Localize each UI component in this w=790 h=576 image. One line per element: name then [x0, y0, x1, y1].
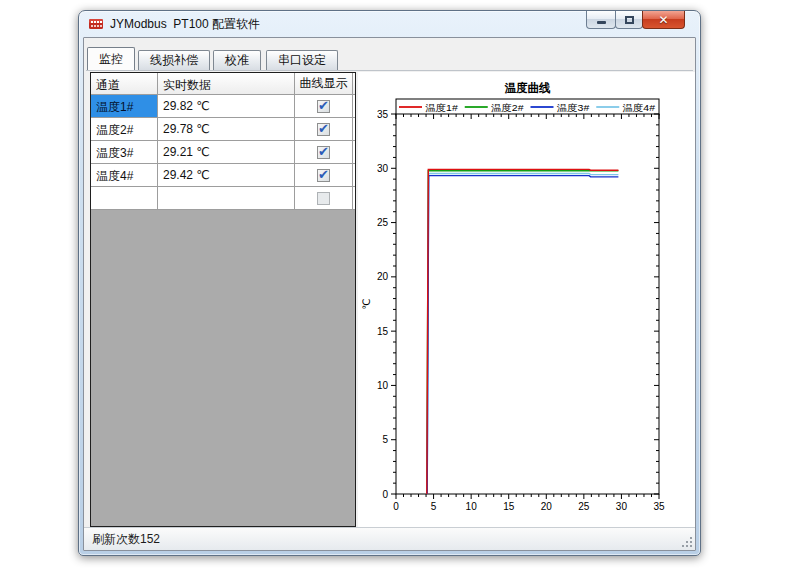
- x-tick-label: 10: [466, 501, 478, 512]
- curve-cell: [295, 95, 353, 117]
- legend-label: 温度2#: [491, 103, 524, 113]
- y-tick-label: 25: [377, 217, 389, 228]
- x-tick-label: 15: [503, 501, 515, 512]
- table-row: 温度2# 29.78 ℃: [91, 118, 355, 141]
- y-tick-label: 30: [377, 163, 389, 174]
- y-tick-label: 10: [377, 380, 389, 391]
- curve-checkbox[interactable]: [317, 123, 330, 136]
- close-icon: ✕: [658, 14, 668, 26]
- header-channel[interactable]: 通道: [91, 73, 158, 94]
- temperature-chart: 温度曲线温度1#温度2#温度3#温度4#05101520253035051015…: [358, 72, 696, 527]
- x-tick-label: 35: [653, 501, 665, 512]
- legend-label: 温度1#: [425, 103, 458, 113]
- curve-checkbox[interactable]: [317, 100, 330, 113]
- maximize-icon: [625, 16, 634, 24]
- tab-calibration[interactable]: 校准: [213, 50, 261, 70]
- legend-label: 温度3#: [557, 103, 590, 113]
- channel-cell[interactable]: 温度2#: [91, 118, 158, 140]
- x-tick-label: 25: [578, 501, 590, 512]
- curve-checkbox[interactable]: [317, 169, 330, 182]
- grid-header-row: 通道 实时数据 曲线显示: [91, 73, 355, 95]
- channel-data-grid: 通道 实时数据 曲线显示 温度1# 29.82 ℃ 温度2# 29.78 ℃: [90, 72, 356, 527]
- minimize-icon: [597, 21, 606, 24]
- curve-checkbox[interactable]: [317, 192, 330, 205]
- maximize-button[interactable]: [615, 11, 643, 29]
- header-curve-display[interactable]: 曲线显示: [295, 73, 353, 94]
- channel-cell[interactable]: [91, 187, 158, 209]
- y-tick-label: 0: [382, 489, 388, 500]
- minimize-button[interactable]: [586, 11, 616, 29]
- chart-title: 温度曲线: [505, 81, 551, 95]
- header-realtime-data[interactable]: 实时数据: [158, 73, 295, 94]
- y-tick-label: 20: [377, 271, 389, 282]
- tab-strip: 监控 线损补偿 校准 串口设定: [87, 47, 341, 70]
- tab-serial-settings[interactable]: 串口设定: [266, 50, 338, 70]
- window-title: JYModbus PT100 配置软件: [110, 16, 260, 33]
- x-tick-label: 5: [431, 501, 437, 512]
- curve-cell: [295, 187, 353, 209]
- curve-cell: [295, 141, 353, 163]
- client-area: 监控 线损补偿 校准 串口设定 通道 实时数据 曲线显示 温度1# 29.82 …: [83, 37, 696, 551]
- x-tick-label: 30: [616, 501, 628, 512]
- tab-line-loss-compensation[interactable]: 线损补偿: [138, 50, 210, 70]
- y-tick-label: 35: [377, 109, 389, 120]
- app-window: JYModbus PT100 配置软件 ✕ 监控 线损补偿 校准 串口设定 通道…: [78, 10, 701, 556]
- y-axis-label: ℃: [361, 298, 372, 309]
- temperature-chart-panel: 温度曲线温度1#温度2#温度3#温度4#05101520253035051015…: [358, 72, 696, 527]
- value-cell[interactable]: 29.82 ℃: [158, 95, 295, 117]
- table-row: 温度1# 29.82 ℃: [91, 95, 355, 118]
- curve-cell: [295, 164, 353, 186]
- monitor-tab-page: 通道 实时数据 曲线显示 温度1# 29.82 ℃ 温度2# 29.78 ℃: [86, 70, 693, 525]
- value-cell[interactable]: 29.78 ℃: [158, 118, 295, 140]
- x-tick-label: 0: [393, 501, 399, 512]
- table-row: [91, 187, 355, 210]
- resize-grip[interactable]: [680, 535, 693, 548]
- value-cell[interactable]: 29.42 ℃: [158, 164, 295, 186]
- refresh-count-text: 刷新次数152: [92, 531, 160, 548]
- value-cell[interactable]: [158, 187, 295, 209]
- x-tick-label: 20: [541, 501, 553, 512]
- curve-cell: [295, 118, 353, 140]
- value-cell[interactable]: 29.21 ℃: [158, 141, 295, 163]
- legend-label: 温度4#: [622, 103, 655, 113]
- app-icon: [88, 16, 104, 32]
- channel-cell[interactable]: 温度1#: [91, 95, 158, 117]
- curve-checkbox[interactable]: [317, 146, 330, 159]
- desktop: JYModbus PT100 配置软件 ✕ 监控 线损补偿 校准 串口设定 通道…: [0, 0, 790, 576]
- y-tick-label: 15: [377, 326, 389, 337]
- table-row: 温度4# 29.42 ℃: [91, 164, 355, 187]
- channel-cell[interactable]: 温度3#: [91, 141, 158, 163]
- tab-monitor[interactable]: 监控: [87, 47, 135, 70]
- status-bar: 刷新次数152: [84, 527, 695, 550]
- y-tick-label: 5: [382, 434, 388, 445]
- window-controls: ✕: [587, 11, 685, 29]
- channel-cell[interactable]: 温度4#: [91, 164, 158, 186]
- table-row: 温度3# 29.21 ℃: [91, 141, 355, 164]
- close-button[interactable]: ✕: [642, 11, 685, 29]
